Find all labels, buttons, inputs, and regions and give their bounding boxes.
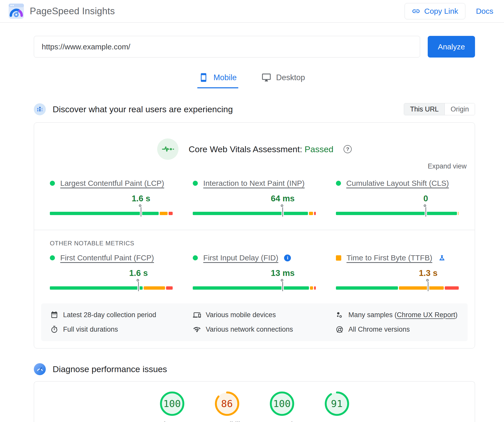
- tab-mobile-label: Mobile: [213, 73, 236, 82]
- copy-link-button[interactable]: Copy Link: [405, 3, 465, 19]
- metric-fcp-link[interactable]: First Contentful Paint (FCP): [60, 254, 154, 262]
- collection-info-item: All Chrome versions: [336, 326, 458, 333]
- scope-toggle: This URL Origin: [404, 103, 475, 115]
- score-best-practices[interactable]: 100Best Practices: [255, 391, 309, 422]
- header-actions: Copy Link Docs: [405, 3, 495, 19]
- speedometer-icon: [34, 363, 46, 375]
- info-icon[interactable]: i: [284, 255, 291, 261]
- green-dot-bullet: [50, 181, 55, 186]
- category-scores-row: 100Performance86Accessibility100Best Pra…: [34, 382, 475, 422]
- collection-info-text: All Chrome versions: [348, 326, 410, 333]
- collection-info-item: Various mobile devices: [193, 311, 316, 319]
- other-metrics-grid: First Contentful Paint (FCP)1.6 sFirst I…: [34, 254, 475, 292]
- bar-segment-poor: [314, 212, 316, 215]
- real-users-icon: [34, 103, 46, 115]
- devices-icon: [193, 311, 201, 319]
- metric-inp-p75-value: 64 ms: [271, 194, 295, 203]
- score-gauge: 91: [324, 391, 349, 416]
- bar-segment-needs_improvement: [458, 212, 458, 215]
- app-header: PageSpeed Insights Copy Link Docs: [0, 0, 504, 23]
- tab-desktop[interactable]: Desktop: [260, 70, 307, 88]
- score-gauge: 100: [160, 391, 185, 416]
- info-icon[interactable]: i: [284, 255, 291, 261]
- field-data-card: Core Web Vitals Assessment: Passed ? Exp…: [34, 122, 475, 348]
- score-category-label: SEO: [330, 421, 343, 422]
- collection-info-item: Latest 28-day collection period: [50, 311, 173, 319]
- metric-cls-p75-value: 0: [423, 194, 428, 203]
- metric-ttfb-distribution: 1.3 s: [336, 262, 459, 292]
- bar-segment-poor: [314, 286, 316, 290]
- collection-info-text: Various mobile devices: [206, 311, 276, 319]
- score-seo[interactable]: 91SEO: [309, 391, 364, 422]
- bar-segment-needs_improvement: [160, 212, 168, 215]
- smartphone-icon: [199, 73, 208, 82]
- bar-segment-good: [336, 286, 398, 290]
- metric-fid-distribution: 13 ms: [193, 262, 316, 292]
- help-icon[interactable]: ?: [344, 145, 352, 153]
- metric-lcp-bar: [50, 212, 173, 215]
- collection-info-item: Many samples (Chrome UX Report): [336, 311, 458, 319]
- green-dot-bullet: [336, 181, 341, 186]
- bar-segment-good: [336, 212, 457, 215]
- expand-view-link[interactable]: Expand view: [428, 162, 467, 170]
- metric-ttfb-header: Time to First Byte (TTFB): [336, 254, 459, 262]
- calendar-icon: [50, 311, 58, 319]
- tab-mobile[interactable]: Mobile: [197, 70, 238, 88]
- metric-ttfb-link[interactable]: Time to First Byte (TTFB): [347, 254, 432, 262]
- collection-info-text: Various network connections: [206, 326, 293, 333]
- metric-lcp-p75-value: 1.6 s: [132, 194, 150, 203]
- lighthouse-card: 100Performance86Accessibility100Best Pra…: [34, 381, 475, 422]
- cwv-assessment-header: Core Web Vitals Assessment: Passed ?: [34, 123, 475, 160]
- metric-fid-link[interactable]: First Input Delay (FID): [203, 254, 278, 262]
- metric-ttfb-p75-value: 1.3 s: [419, 268, 437, 278]
- scope-origin-button[interactable]: Origin: [445, 103, 475, 115]
- marker-stem: [282, 281, 283, 291]
- score-gauge: 100: [270, 391, 294, 416]
- marker-knob: [426, 279, 429, 282]
- score-performance[interactable]: 100Performance: [145, 391, 200, 422]
- score-accessibility[interactable]: 86Accessibility: [200, 391, 255, 422]
- link-icon: [412, 7, 420, 16]
- metric-fid-p75-value: 13 ms: [271, 268, 295, 278]
- bar-segment-needs_improvement: [144, 286, 165, 290]
- marker-knob: [137, 279, 139, 282]
- metric-lcp-header: Largest Contentful Paint (LCP): [50, 179, 173, 188]
- bar-segment-poor: [166, 286, 173, 290]
- score-category-label: Best Practices: [261, 421, 303, 422]
- green-dot-bullet: [50, 255, 55, 260]
- bar-segment-good: [193, 212, 308, 215]
- desktop-icon: [262, 73, 271, 82]
- collection-info-text: Full visit durations: [63, 326, 118, 333]
- metric-lcp-link[interactable]: Largest Contentful Paint (LCP): [60, 179, 164, 188]
- metric-cls-link[interactable]: Cumulative Layout Shift (CLS): [346, 179, 449, 188]
- green-dot-bullet: [193, 181, 198, 186]
- chrome-ux-report-link[interactable]: Chrome UX Report: [397, 311, 455, 319]
- metric-cls-distribution: 0: [336, 188, 459, 218]
- cwv-assessment-result: Passed: [305, 144, 333, 154]
- metric-lcp-distribution: 1.6 s: [50, 188, 173, 218]
- flask-icon[interactable]: [438, 254, 446, 262]
- metric-inp-header: Interaction to Next Paint (INP): [193, 179, 316, 188]
- other-metrics-label: OTHER NOTABLE METRICS: [50, 240, 475, 247]
- metric-inp-distribution: 64 ms: [193, 188, 316, 218]
- marker-knob: [281, 204, 283, 207]
- metric-fid-header: First Input Delay (FID)i: [193, 254, 316, 262]
- bar-segment-needs_improvement: [309, 212, 313, 215]
- stopwatch-icon: [50, 326, 58, 333]
- metric-inp-link[interactable]: Interaction to Next Paint (INP): [203, 179, 305, 188]
- green-dot-bullet: [193, 255, 198, 260]
- metric-cls-bar: [336, 212, 459, 215]
- marker-stem: [282, 206, 283, 217]
- analyze-button[interactable]: Analyze: [428, 36, 475, 58]
- collection-info-item: Various network connections: [193, 326, 316, 333]
- docs-link[interactable]: Docs: [476, 7, 493, 16]
- metric-inp-bar: [193, 212, 316, 215]
- expand-view-row: Expand view: [34, 160, 475, 170]
- lab-section-title: Diagnose performance issues: [53, 364, 167, 374]
- field-section-title: Discover what your real users are experi…: [53, 104, 233, 114]
- metric-cls-header: Cumulative Layout Shift (CLS): [336, 179, 459, 188]
- field-section-header: Discover what your real users are experi…: [34, 103, 475, 115]
- url-input[interactable]: [34, 36, 420, 58]
- scope-this-url-button[interactable]: This URL: [404, 103, 445, 115]
- bar-segment-good: [50, 286, 143, 290]
